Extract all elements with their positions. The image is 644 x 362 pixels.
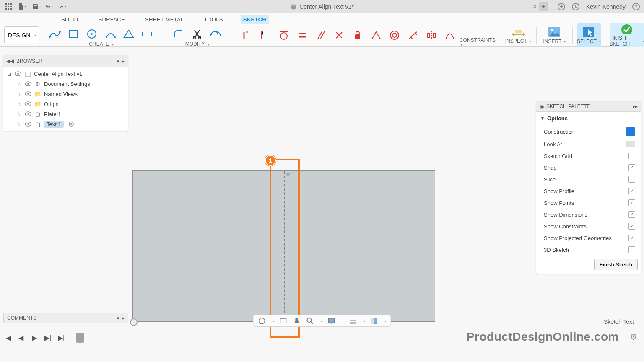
horizontal-constraint-icon[interactable] bbox=[240, 29, 254, 41]
workspace-switcher[interactable]: DESIGN▾ bbox=[4, 26, 39, 44]
checkbox[interactable] bbox=[628, 246, 635, 253]
svg-rect-50 bbox=[329, 318, 335, 323]
save-icon[interactable] bbox=[32, 3, 39, 10]
tab-surface[interactable]: SURFACE bbox=[96, 15, 128, 24]
svg-text:?: ? bbox=[635, 4, 637, 9]
construction-center-line[interactable] bbox=[284, 171, 285, 321]
job-status-icon[interactable] bbox=[572, 3, 579, 10]
extensions-icon[interactable] bbox=[558, 3, 565, 10]
pan-icon[interactable] bbox=[293, 317, 301, 325]
close-tab-icon[interactable]: × bbox=[533, 3, 537, 10]
comments-dot-icon[interactable]: ● bbox=[117, 315, 119, 321]
equal-constraint-icon[interactable] bbox=[295, 29, 309, 41]
timeline-prev-icon[interactable]: ◀ bbox=[17, 334, 25, 342]
grid-settings-icon[interactable] bbox=[349, 317, 357, 325]
line-tool-icon[interactable] bbox=[48, 28, 62, 40]
timeline-play-icon[interactable]: ▶ bbox=[30, 334, 39, 342]
timeline-end-icon[interactable]: ▶| bbox=[57, 334, 65, 342]
document-title: Center Align Text v1* bbox=[299, 3, 354, 10]
checkbox[interactable] bbox=[628, 223, 635, 230]
file-icon[interactable]: ▾ bbox=[18, 3, 26, 10]
sketch-plate[interactable] bbox=[132, 170, 435, 322]
redo-icon[interactable]: ▾ bbox=[59, 3, 66, 10]
option-show-profile[interactable]: Show Profile bbox=[536, 185, 641, 197]
symmetry-constraint-icon[interactable] bbox=[424, 29, 439, 41]
polygon-tool-icon[interactable] bbox=[122, 28, 136, 40]
collinear-constraint-icon[interactable] bbox=[406, 29, 420, 41]
inspect-menu[interactable]: INSPECT ▾ bbox=[504, 26, 532, 44]
option-show-points[interactable]: Show Points bbox=[536, 197, 641, 209]
svg-rect-28 bbox=[433, 33, 436, 37]
timeline-start-icon[interactable]: |◀ bbox=[3, 334, 12, 342]
finish-sketch-button[interactable]: FINISH SKETCH ▾ bbox=[610, 23, 644, 47]
perpendicular-constraint-icon[interactable] bbox=[332, 29, 346, 41]
checkbox[interactable] bbox=[628, 176, 635, 183]
apps-icon[interactable] bbox=[5, 3, 13, 10]
select-menu[interactable]: SELECT ▾ bbox=[577, 23, 601, 47]
construction-toggle-icon[interactable] bbox=[626, 127, 635, 136]
svg-rect-1 bbox=[8, 3, 9, 5]
look-at-icon[interactable] bbox=[279, 317, 288, 325]
circle-tool-icon[interactable] bbox=[85, 28, 99, 40]
option-show-projected-geometries[interactable]: Show Projected Geometries bbox=[536, 232, 641, 244]
constraints-group-icons bbox=[236, 29, 461, 41]
curvature-constraint-icon[interactable] bbox=[443, 29, 457, 41]
user-name[interactable]: Kevin Kennedy bbox=[586, 3, 626, 10]
option-show-dimensions[interactable]: Show Dimensions bbox=[536, 209, 641, 220]
checkbox[interactable] bbox=[628, 235, 635, 241]
option-look-at[interactable]: Look At bbox=[536, 138, 641, 150]
timeline-feature-icon[interactable] bbox=[76, 333, 84, 343]
tangent-constraint-icon[interactable] bbox=[277, 29, 291, 41]
concentric-constraint-icon[interactable] bbox=[387, 29, 402, 41]
trim-tool-icon[interactable] bbox=[190, 28, 204, 40]
create-group: CREATE ▾ bbox=[44, 23, 158, 47]
options-header[interactable]: ▼Options bbox=[536, 112, 641, 125]
svg-rect-8 bbox=[10, 8, 12, 10]
checkbox[interactable] bbox=[628, 188, 635, 194]
arc-tool-icon[interactable] bbox=[103, 28, 117, 40]
palette-title: SKETCH PALETTE bbox=[546, 103, 590, 109]
option-sketch-grid[interactable]: Sketch Grid bbox=[536, 150, 641, 162]
viewport-settings-icon[interactable] bbox=[370, 317, 379, 325]
svg-rect-16 bbox=[69, 31, 78, 37]
fillet-tool-icon[interactable] bbox=[171, 28, 186, 40]
svg-point-31 bbox=[551, 29, 553, 31]
palette-expand-icon[interactable]: ▸▸ bbox=[633, 103, 638, 109]
tab-sketch[interactable]: SKETCH bbox=[241, 15, 269, 24]
svg-point-25 bbox=[390, 31, 399, 39]
look-at-icon[interactable] bbox=[626, 141, 635, 147]
svg-rect-3 bbox=[5, 6, 7, 7]
undo-icon[interactable]: ▾ bbox=[45, 3, 53, 10]
option-snap[interactable]: Snap bbox=[536, 162, 641, 173]
checkbox[interactable] bbox=[628, 211, 635, 218]
orbit-icon[interactable] bbox=[258, 317, 266, 325]
zoom-icon[interactable] bbox=[306, 317, 314, 325]
timeline-next-icon[interactable]: ▶| bbox=[44, 334, 52, 342]
tab-tools[interactable]: TOOLS bbox=[201, 15, 225, 24]
option-slice[interactable]: Slice bbox=[536, 173, 641, 185]
fix-constraint-icon[interactable] bbox=[351, 29, 365, 41]
checkbox[interactable] bbox=[628, 153, 635, 159]
sketch-origin-icon[interactable] bbox=[130, 318, 138, 326]
tab-sheet-metal[interactable]: SHEET METAL bbox=[143, 15, 186, 24]
settings-gear-icon[interactable]: ⚙ bbox=[630, 332, 637, 342]
option-show-constraints[interactable]: Show Constraints bbox=[536, 220, 641, 232]
checkbox[interactable] bbox=[628, 164, 635, 171]
midpoint-constraint-icon[interactable] bbox=[369, 29, 383, 41]
offset-tool-icon[interactable] bbox=[208, 28, 223, 40]
checkbox[interactable] bbox=[628, 199, 635, 206]
comments-panel-header[interactable]: COMMENTS ●▸ bbox=[3, 313, 128, 323]
insert-menu[interactable]: INSERT ▾ bbox=[540, 26, 568, 44]
option-3d-sketch[interactable]: 3D Sketch bbox=[536, 244, 641, 256]
display-settings-icon[interactable] bbox=[327, 317, 336, 325]
rectangle-tool-icon[interactable] bbox=[66, 28, 80, 40]
help-icon[interactable]: ? bbox=[632, 3, 640, 10]
parallel-constraint-icon[interactable] bbox=[314, 29, 328, 41]
finish-sketch-palette-button[interactable]: Finish Sketch bbox=[594, 259, 638, 270]
tab-solid[interactable]: SOLID bbox=[59, 15, 81, 24]
vertical-constraint-icon[interactable] bbox=[258, 29, 273, 41]
new-tab-button[interactable]: + bbox=[539, 2, 548, 11]
slot-tool-icon[interactable] bbox=[140, 28, 154, 40]
option-construction[interactable]: Construction bbox=[536, 125, 641, 138]
annotation-badge: 1 bbox=[265, 155, 276, 166]
